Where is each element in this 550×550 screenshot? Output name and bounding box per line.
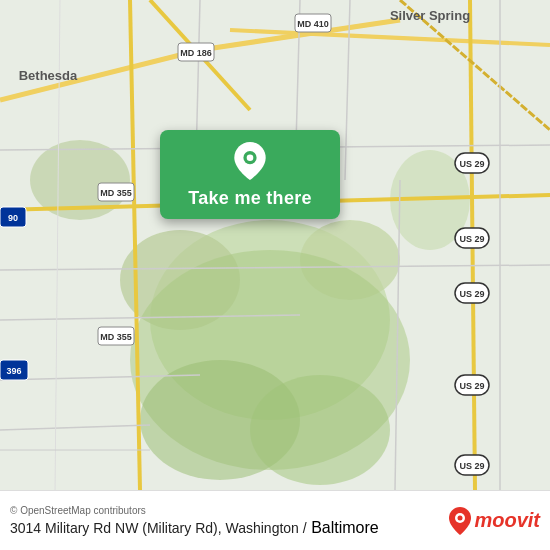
svg-text:US 29: US 29 (459, 234, 484, 244)
location-pin-icon (231, 142, 269, 180)
svg-text:MD 355: MD 355 (100, 332, 132, 342)
svg-point-54 (247, 154, 254, 161)
popup-card[interactable]: Take me there (160, 130, 340, 219)
svg-text:Silver Spring: Silver Spring (390, 8, 470, 23)
svg-text:US 29: US 29 (459, 289, 484, 299)
svg-text:90: 90 (8, 213, 18, 223)
map-container: MD 410 MD 186 MD 355 MD 355 US 29 US 29 … (0, 0, 550, 490)
address-text: 3014 Military Rd NW (Military Rd), Washi… (10, 520, 307, 536)
moovit-label: moovit (474, 509, 540, 532)
moovit-logo: moovit (449, 507, 540, 535)
svg-text:MD 186: MD 186 (180, 48, 212, 58)
svg-text:MD 355: MD 355 (100, 188, 132, 198)
svg-point-56 (458, 515, 463, 520)
take-me-there-button[interactable]: Take me there (188, 188, 312, 209)
svg-point-8 (250, 375, 390, 485)
address-line2: Baltimore (311, 519, 379, 536)
moovit-pin-icon (449, 507, 471, 535)
svg-text:US 29: US 29 (459, 461, 484, 471)
bottom-bar: © OpenStreetMap contributors 3014 Milita… (0, 490, 550, 550)
svg-text:396: 396 (6, 366, 21, 376)
svg-text:Bethesda: Bethesda (19, 68, 78, 83)
svg-text:US 29: US 29 (459, 159, 484, 169)
svg-text:MD 410: MD 410 (297, 19, 329, 29)
svg-text:US 29: US 29 (459, 381, 484, 391)
